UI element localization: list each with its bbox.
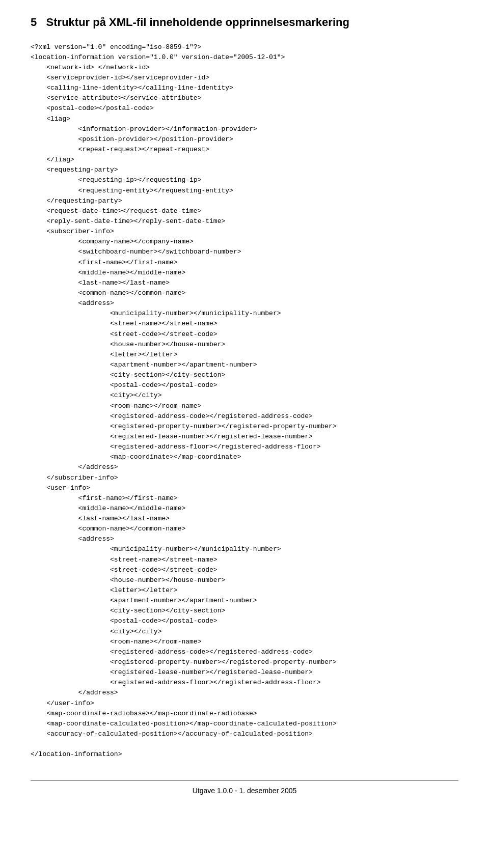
page-footer: Utgave 1.0.0 - 1. desember 2005 xyxy=(31,780,458,795)
page-title: 5 Struktur på XML-fil inneholdende oppri… xyxy=(31,15,458,30)
section-number: 5 xyxy=(31,16,37,29)
xml-code-block: <?xml version="1.0" encoding="iso-8859-1… xyxy=(31,42,458,760)
footer-text: Utgave 1.0.0 - 1. desember 2005 xyxy=(193,787,297,795)
section-title: Struktur på XML-fil inneholdende opprinn… xyxy=(46,16,349,29)
